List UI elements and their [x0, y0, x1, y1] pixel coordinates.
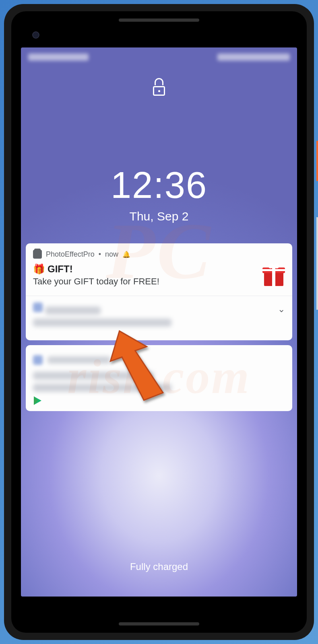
lockscreen[interactable]: 12:36 Thu, Sep 2 PhotoEffectPro • now 🔔: [21, 47, 297, 597]
notification-title: GIFT!: [47, 263, 73, 275]
blurred-text: [47, 356, 111, 364]
svg-marker-0: [34, 397, 41, 405]
blurred-text: [33, 372, 154, 380]
notification-message: Take your GIFT today for FREE!: [33, 276, 257, 287]
notification-app-name: PhotoEffectPro: [46, 250, 95, 259]
gift-emoji-icon: 🎁: [33, 263, 45, 275]
status-bar: [21, 47, 297, 67]
speaker-bottom: [119, 622, 199, 625]
phone-frame: 12:36 Thu, Sep 2 PhotoEffectPro • now 🔔: [4, 4, 314, 640]
phone-bezel: 12:36 Thu, Sep 2 PhotoEffectPro • now 🔔: [11, 11, 307, 633]
lock-indicator: [21, 78, 297, 96]
notification-card-2[interactable]: [26, 345, 292, 411]
speaker-top: [119, 19, 199, 22]
status-bar-left: [28, 52, 89, 62]
blurred-text: [33, 319, 171, 327]
blurred-app-icon: [33, 355, 43, 365]
power-button: [316, 141, 318, 181]
notification-collapsed-item[interactable]: ⌄: [26, 296, 292, 340]
notification-title-row: 🎁 GIFT!: [33, 263, 257, 275]
clock-area: 12:36 Thu, Sep 2: [21, 164, 297, 223]
chevron-down-icon[interactable]: ⌄: [278, 304, 285, 315]
charging-status: Fully charged: [21, 561, 297, 572]
lockscreen-time: 12:36: [21, 164, 297, 206]
notification-time: now: [105, 250, 118, 259]
lock-icon: [152, 78, 166, 96]
notification-card-1[interactable]: PhotoEffectPro • now 🔔 🎁 GIFT! Take your…: [26, 243, 292, 340]
app-icon: [33, 250, 42, 259]
volume-rocker: [316, 217, 318, 310]
blurred-text: [33, 384, 171, 392]
blurred-app-icon: [33, 302, 43, 312]
notification-stack: PhotoEffectPro • now 🔔 🎁 GIFT! Take your…: [26, 243, 292, 411]
status-bar-right: [217, 52, 290, 62]
gift-box-icon: [262, 263, 285, 286]
notification-body: 🎁 GIFT! Take your GIFT today for FREE!: [26, 262, 292, 296]
notification-separator: •: [99, 250, 101, 259]
front-camera: [32, 31, 39, 39]
lockscreen-date: Thu, Sep 2: [21, 210, 297, 223]
notification-header: PhotoEffectPro • now 🔔: [26, 243, 292, 262]
bell-icon: 🔔: [122, 251, 130, 258]
blurred-text: [45, 307, 101, 315]
play-store-icon: [33, 396, 43, 405]
